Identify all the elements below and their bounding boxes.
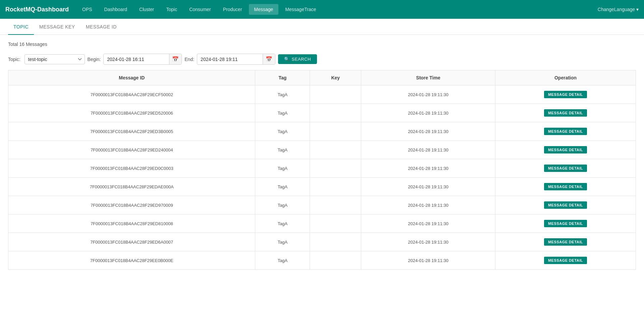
message-detail-button[interactable]: MESSAGE DETAIL <box>544 238 587 246</box>
key-cell <box>310 104 361 122</box>
table-row: 7F0000013FC018B4AAC28F29ED6A0007TagA2024… <box>8 233 636 251</box>
operation-cell: MESSAGE DETAIL <box>495 104 636 122</box>
store-time-cell: 2024-01-28 19:11:30 <box>361 214 495 233</box>
table-row: 7F0000013FC018B4AAC28F29ED970009TagA2024… <box>8 196 636 214</box>
operation-cell: MESSAGE DETAIL <box>495 196 636 214</box>
nav-links: OPSDashboardClusterTopicConsumerProducer… <box>77 4 598 15</box>
message-detail-button[interactable]: MESSAGE DETAIL <box>544 220 587 227</box>
th-operation: Operation <box>495 70 636 85</box>
tag-cell: TagA <box>255 159 310 178</box>
message-id-cell: 7F0000013FC018B4AAC28F29EE0B000E <box>8 251 255 270</box>
end-label: End: <box>184 57 194 62</box>
table-row: 7F0000013FC018B4AAC28F29EDAE000ATagA2024… <box>8 178 636 196</box>
nav-item-dashboard[interactable]: Dashboard <box>99 4 133 15</box>
store-time-cell: 2024-01-28 19:11:30 <box>361 85 495 104</box>
operation-cell: MESSAGE DETAIL <box>495 141 636 159</box>
table-wrap: Message IDTagKeyStore TimeOperation 7F00… <box>0 70 644 278</box>
tab-message-id[interactable]: MESSAGE ID <box>80 19 122 35</box>
search-button-label: SEARCH <box>292 57 311 62</box>
message-detail-button[interactable]: MESSAGE DETAIL <box>544 257 587 264</box>
store-time-cell: 2024-01-28 19:11:30 <box>361 178 495 196</box>
nav-item-consumer[interactable]: Consumer <box>184 4 216 15</box>
key-cell <box>310 233 361 251</box>
message-detail-button[interactable]: MESSAGE DETAIL <box>544 91 587 98</box>
key-cell <box>310 159 361 178</box>
message-id-cell: 7F0000013FC018B4AAC28F29ECF50002 <box>8 85 255 104</box>
th-message-id: Message ID <box>8 70 255 85</box>
navbar: RocketMQ-Dashboard OPSDashboardClusterTo… <box>0 0 644 19</box>
nav-item-message[interactable]: Message <box>249 4 279 15</box>
tag-cell: TagA <box>255 85 310 104</box>
message-detail-button[interactable]: MESSAGE DETAIL <box>544 146 587 153</box>
table-row: 7F0000013FC018B4AAC28F29ED520006TagA2024… <box>8 104 636 122</box>
store-time-cell: 2024-01-28 19:11:30 <box>361 122 495 141</box>
nav-item-producer[interactable]: Producer <box>218 4 248 15</box>
message-detail-button[interactable]: MESSAGE DETAIL <box>544 109 587 117</box>
tag-cell: TagA <box>255 104 310 122</box>
operation-cell: MESSAGE DETAIL <box>495 178 636 196</box>
store-time-cell: 2024-01-28 19:11:30 <box>361 233 495 251</box>
tab-message-key[interactable]: MESSAGE KEY <box>34 19 80 35</box>
tag-cell: TagA <box>255 122 310 141</box>
message-id-cell: 7F0000013FC018B4AAC28F29ED970009 <box>8 196 255 214</box>
nav-item-cluster[interactable]: Cluster <box>134 4 159 15</box>
table-row: 7F0000013FC018B4AAC28F29ED240004TagA2024… <box>8 141 636 159</box>
message-id-cell: 7F0000013FC018B4AAC28F29ED6A0007 <box>8 233 255 251</box>
nav-item-topic[interactable]: Topic <box>161 4 182 15</box>
store-time-cell: 2024-01-28 19:11:30 <box>361 141 495 159</box>
main-content: TOPICMESSAGE KEYMESSAGE ID Total 16 Mess… <box>0 19 644 314</box>
operation-cell: MESSAGE DETAIL <box>495 214 636 233</box>
begin-date-input[interactable] <box>104 55 169 64</box>
table-row: 7F0000013FC018B4AAC28F29ED0C0003TagA2024… <box>8 159 636 178</box>
change-language[interactable]: ChangeLanguage ▾ <box>598 7 639 12</box>
th-key: Key <box>310 70 361 85</box>
message-id-cell: 7F0000013FC018B4AAC28F29EDAE000A <box>8 178 255 196</box>
search-icon: 🔍 <box>284 57 290 62</box>
tab-topic[interactable]: TOPIC <box>8 19 34 35</box>
end-calendar-icon[interactable]: 📅 <box>263 54 275 64</box>
message-detail-button[interactable]: MESSAGE DETAIL <box>544 165 587 172</box>
nav-item-messagetrace[interactable]: MessageTrace <box>280 4 321 15</box>
operation-cell: MESSAGE DETAIL <box>495 233 636 251</box>
table-row: 7F0000013FC018B4AAC28F29ED3B0005TagA2024… <box>8 122 636 141</box>
messages-table: Message IDTagKeyStore TimeOperation 7F00… <box>8 70 636 270</box>
tabs-bar: TOPICMESSAGE KEYMESSAGE ID <box>0 19 644 35</box>
tag-cell: TagA <box>255 196 310 214</box>
topic-select[interactable]: test-topic <box>24 54 85 64</box>
topic-label: Topic: <box>8 57 20 62</box>
key-cell <box>310 122 361 141</box>
store-time-cell: 2024-01-28 19:11:30 <box>361 196 495 214</box>
tag-cell: TagA <box>255 233 310 251</box>
key-cell <box>310 251 361 270</box>
search-section: Total 16 Messages Topic: test-topic Begi… <box>0 35 644 70</box>
tag-cell: TagA <box>255 178 310 196</box>
nav-item-ops[interactable]: OPS <box>77 4 98 15</box>
th-tag: Tag <box>255 70 310 85</box>
message-detail-button[interactable]: MESSAGE DETAIL <box>544 128 587 135</box>
key-cell <box>310 141 361 159</box>
search-row: Topic: test-topic Begin: 📅 End: 📅 🔍 SEAR… <box>8 54 636 65</box>
message-id-cell: 7F0000013FC018B4AAC28F29ED240004 <box>8 141 255 159</box>
message-id-cell: 7F0000013FC018B4AAC28F29ED520006 <box>8 104 255 122</box>
tag-cell: TagA <box>255 251 310 270</box>
th-store-time: Store Time <box>361 70 495 85</box>
begin-calendar-icon[interactable]: 📅 <box>169 54 181 64</box>
table-row: 7F0000013FC018B4AAC28F29EE0B000ETagA2024… <box>8 251 636 270</box>
store-time-cell: 2024-01-28 19:11:30 <box>361 104 495 122</box>
store-time-cell: 2024-01-28 19:11:30 <box>361 159 495 178</box>
end-date-input[interactable] <box>197 55 263 64</box>
operation-cell: MESSAGE DETAIL <box>495 251 636 270</box>
operation-cell: MESSAGE DETAIL <box>495 122 636 141</box>
tag-cell: TagA <box>255 141 310 159</box>
key-cell <box>310 196 361 214</box>
begin-date-wrap: 📅 <box>103 54 182 65</box>
message-detail-button[interactable]: MESSAGE DETAIL <box>544 201 587 209</box>
message-id-cell: 7F0000013FC018B4AAC28F29ED810008 <box>8 214 255 233</box>
end-date-wrap: 📅 <box>197 54 275 65</box>
table-row: 7F0000013FC018B4AAC28F29ED810008TagA2024… <box>8 214 636 233</box>
message-detail-button[interactable]: MESSAGE DETAIL <box>544 183 587 190</box>
message-id-cell: 7F0000013FC018B4AAC28F29ED3B0005 <box>8 122 255 141</box>
table-header-row: Message IDTagKeyStore TimeOperation <box>8 70 636 85</box>
search-button[interactable]: 🔍 SEARCH <box>278 54 317 64</box>
total-messages: Total 16 Messages <box>8 42 636 47</box>
